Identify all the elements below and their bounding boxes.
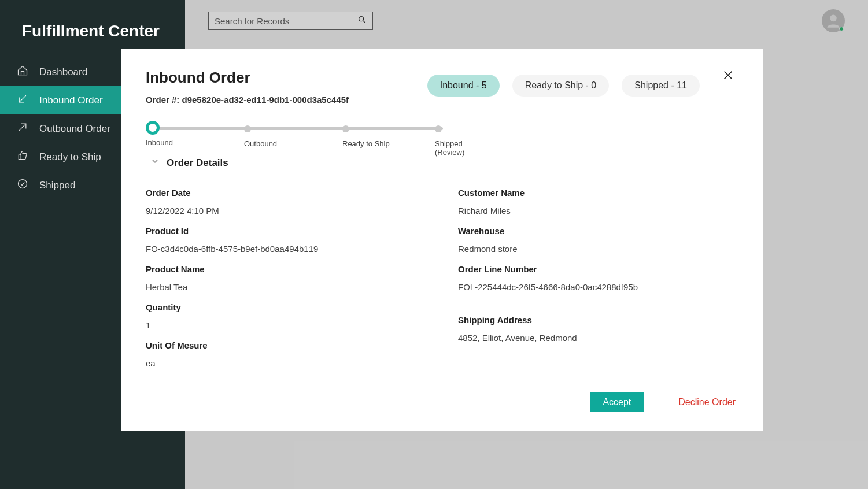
order-details: Order Date 9/12/2022 4:10 PM Product Id … — [146, 184, 736, 368]
details-col-right: Customer Name Richard Miles Warehouse Re… — [458, 184, 736, 368]
step-dot-icon — [244, 125, 251, 132]
nav-label: Shipped — [39, 180, 75, 191]
step-dot-icon — [146, 121, 160, 135]
search-box[interactable] — [208, 12, 373, 30]
step-ready: Ready to Ship — [342, 121, 390, 148]
nav-label: Inbound Order — [39, 95, 103, 106]
step-outbound: Outbound — [244, 121, 277, 148]
home-icon — [16, 65, 29, 79]
step-shipped: Shipped (Review) — [435, 121, 464, 157]
label-uom: Unit Of Mesure — [146, 340, 423, 350]
label-product-name: Product Name — [146, 264, 423, 274]
search-icon — [357, 15, 367, 27]
decline-button[interactable]: Decline Order — [678, 397, 736, 408]
topbar — [185, 0, 868, 35]
label-order-line: Order Line Number — [458, 264, 736, 274]
order-number: Order #: d9e5820e-ad32-ed11-9db1-000d3a5… — [146, 95, 349, 105]
avatar[interactable] — [822, 9, 845, 32]
value-customer-name: Richard Miles — [458, 206, 736, 216]
details-col-left: Order Date 9/12/2022 4:10 PM Product Id … — [146, 184, 423, 368]
section-title: Order Details — [167, 157, 228, 169]
nav-label: Outbound Order — [39, 123, 110, 135]
step-label: Inbound — [146, 138, 173, 147]
modal-footer: Accept Decline Order — [590, 392, 736, 412]
label-product-id: Product Id — [146, 226, 423, 236]
status-pills: Inbound - 5 Ready to Ship - 0 Shipped - … — [427, 69, 700, 97]
step-dot-icon — [435, 125, 442, 132]
stepper-line — [153, 127, 443, 130]
thumbs-up-icon — [16, 150, 29, 164]
pill-shipped[interactable]: Shipped - 11 — [622, 75, 700, 97]
value-order-date: 9/12/2022 4:10 PM — [146, 206, 423, 216]
accept-button[interactable]: Accept — [590, 392, 644, 412]
value-uom: ea — [146, 358, 423, 368]
check-circle-icon — [16, 178, 29, 192]
nav-label: Dashboard — [39, 66, 87, 78]
svg-point-2 — [830, 15, 837, 22]
step-dot-icon — [342, 125, 349, 132]
value-product-id: FO-c3d4c0da-6ffb-4575-b9ef-bd0aa494b119 — [146, 244, 423, 254]
value-warehouse: Redmond store — [458, 244, 736, 254]
progress-stepper: Inbound Outbound Ready to Ship Shipped (… — [146, 121, 446, 149]
label-customer-name: Customer Name — [458, 188, 736, 198]
value-shipping-addr: 4852, Elliot, Avenue, Redmond — [458, 333, 736, 343]
close-icon — [722, 73, 734, 83]
nav-label: Ready to Ship — [39, 151, 101, 163]
arrow-down-left-icon — [16, 93, 29, 108]
arrow-up-right-icon — [16, 121, 29, 136]
pill-ready[interactable]: Ready to Ship - 0 — [512, 75, 610, 97]
step-label: Outbound — [244, 139, 277, 148]
value-order-line: FOL-225444dc-26f5-4666-8da0-0ac4288df95b — [458, 282, 736, 292]
svg-point-0 — [19, 180, 27, 188]
label-quantity: Quantity — [146, 302, 423, 312]
close-button[interactable] — [722, 69, 736, 83]
presence-dot-icon — [839, 27, 844, 31]
step-label: Ready to Ship — [342, 139, 390, 148]
label-shipping-addr: Shipping Address — [458, 315, 736, 325]
search-input[interactable] — [215, 16, 357, 26]
step-inbound: Inbound — [146, 121, 173, 147]
pill-inbound[interactable]: Inbound - 5 — [427, 75, 500, 97]
step-label: Shipped (Review) — [435, 139, 464, 157]
value-quantity: 1 — [146, 320, 423, 330]
inbound-order-modal: Inbound Order Order #: d9e5820e-ad32-ed1… — [121, 49, 763, 431]
label-order-date: Order Date — [146, 188, 423, 198]
value-product-name: Herbal Tea — [146, 282, 423, 292]
svg-point-1 — [359, 17, 364, 21]
label-warehouse: Warehouse — [458, 226, 736, 236]
chevron-down-icon — [150, 157, 160, 169]
modal-title: Inbound Order — [146, 69, 349, 87]
